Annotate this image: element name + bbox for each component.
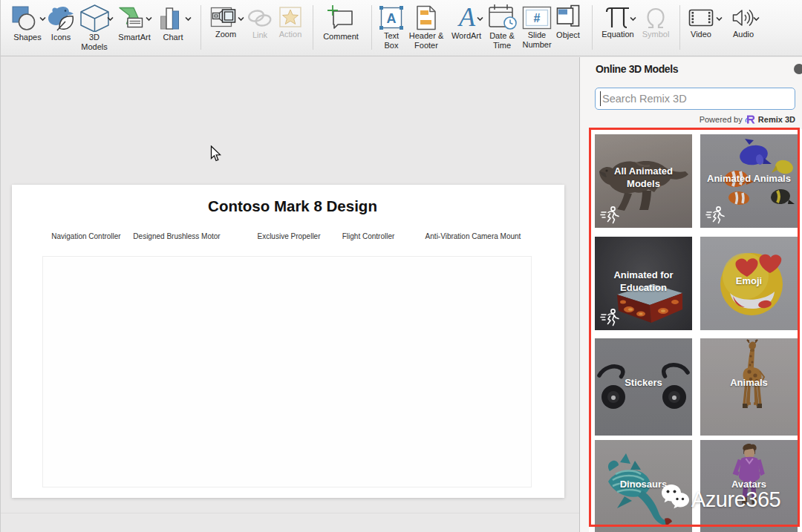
svg-text:#: # [534, 12, 541, 24]
svg-text:A: A [387, 11, 397, 26]
svg-text:A: A [457, 5, 476, 30]
